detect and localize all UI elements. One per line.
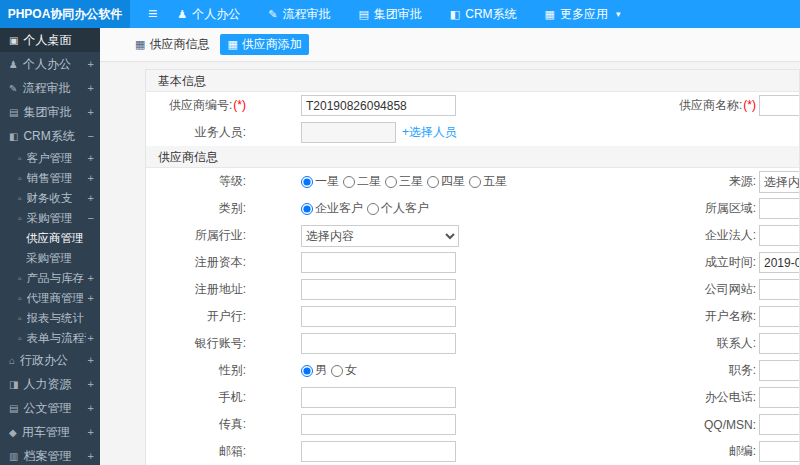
grid-icon: ▦ [545,8,555,21]
field-label: 注册地址: [195,282,246,296]
sidebar-item-reports[interactable]: ▫ 报表与统计 [0,308,100,328]
nav-personal-office[interactable]: ♟ 个人办公 [177,6,240,23]
source-select[interactable]: 选择内容 [759,171,800,193]
select-person-link[interactable]: +选择人员 [402,124,457,141]
sidebar-item-customer-mgmt[interactable]: ▫ 客户管理 + [0,148,100,168]
sidebar-item-admin-office[interactable]: ⌂ 行政办公 + [0,348,100,372]
field-label: 邮箱: [219,444,246,458]
sidebar-item-process-approval[interactable]: ✎ 流程审批 + [0,76,100,100]
pencil-icon: ✎ [268,8,277,21]
tab-bar: ▦ 供应商信息 ▦ 供应商添加 [100,28,800,62]
sidebar-item-purchase-mgmt[interactable]: ▫ 采购管理 − [0,208,100,228]
form-row: 传真: QQ/MSN: [146,411,800,438]
field-label: 类别: [219,201,246,215]
staff-input[interactable] [301,122,396,143]
car-icon: ◆ [9,427,17,438]
field-label: 成立时间: [705,255,756,269]
form-row: 手机: 办公电话: [146,384,800,411]
mobile-input[interactable] [301,387,456,408]
fax-input[interactable] [301,414,456,435]
form-row: 供应商编号:(*) 供应商名称:(*) [146,92,800,119]
gender-radio-group: 男 女 [301,362,521,379]
legal-person-input[interactable] [759,225,800,246]
pencil-icon: ✎ [9,83,17,94]
sidebar-item-personal-office[interactable]: ♟ 个人办公 + [0,52,100,76]
level-radio[interactable] [343,176,355,188]
level-radio[interactable] [469,176,481,188]
sidebar-item-agent-mgmt[interactable]: ▫ 代理商管理 + [0,288,100,308]
sidebar-item-form-flow-settings[interactable]: ▫ 表单与流程设置 + [0,328,100,348]
level-radio[interactable] [301,176,313,188]
sidebar-item-crm-system[interactable]: ◧ CRM系统 − [0,124,100,148]
position-input[interactable] [759,360,800,381]
nav-label: CRM系统 [465,6,516,23]
sidebar-item-archive-mgmt[interactable]: ▥ 档案管理 + [0,444,100,465]
briefcase-icon: ▤ [358,8,368,21]
nav-label: 更多应用 [560,6,608,23]
person-icon: ♟ [9,59,18,70]
reg-address-input[interactable] [301,279,456,300]
field-label: 性别: [219,363,246,377]
sidebar-item-hr[interactable]: ◨ 人力资源 + [0,372,100,396]
capital-input[interactable] [301,252,456,273]
founded-date-input[interactable] [759,252,800,273]
bank-input[interactable] [301,306,456,327]
form-row: 注册资本: 成立时间: [146,249,800,276]
supplier-no-input[interactable] [301,95,456,116]
nav-process-approval[interactable]: ✎ 流程审批 [268,6,330,23]
desktop-icon: ▣ [9,35,18,46]
category-radio[interactable] [301,203,313,215]
field-label: 邮编: [729,444,756,458]
sidebar-item-vehicle-mgmt[interactable]: ◆ 用车管理 + [0,420,100,444]
document-icon: ▤ [9,403,18,414]
form-row: 邮箱: 邮编: [146,438,800,465]
sidebar-item-sales-mgmt[interactable]: ▫ 销售管理 + [0,168,100,188]
chart-icon: ◧ [9,131,18,142]
nav-group-approval[interactable]: ▤ 集团审批 [358,6,421,23]
office-tel-input[interactable] [759,387,800,408]
field-label: 办公电话: [705,390,756,404]
gender-radio[interactable] [301,365,313,377]
sidebar-item-supplier-mgmt[interactable]: 供应商管理 [0,228,100,248]
industry-select[interactable]: 选择内容 [301,225,459,247]
nav-more-apps[interactable]: ▦ 更多应用 ▾ [545,6,621,23]
level-radio[interactable] [385,176,397,188]
account-name-input[interactable] [759,306,800,327]
contact-input[interactable] [759,333,800,354]
building-icon: ⌂ [9,355,15,366]
sidebar-item-product-inventory[interactable]: ▫ 产品与库存 + [0,268,100,288]
sidebar-item-official-doc[interactable]: ▤ 公文管理 + [0,396,100,420]
region-input[interactable] [759,198,800,219]
top-nav: ♟ 个人办公 ✎ 流程审批 ▤ 集团审批 ◧ CRM系统 ▦ 更多应用 ▾ [177,6,620,23]
nav-crm-system[interactable]: ◧ CRM系统 [450,6,517,23]
field-label: QQ/MSN: [704,418,756,432]
tab-supplier-add[interactable]: ▦ 供应商添加 [220,34,308,55]
folder-icon: ▫ [18,153,22,164]
gender-radio[interactable] [331,365,343,377]
tab-supplier-info[interactable]: ▦ 供应商信息 [128,34,216,55]
bank-no-input[interactable] [301,333,456,354]
folder-icon: ▫ [18,273,22,284]
hamburger-icon[interactable]: ≡ [148,0,157,28]
form-row: 所属行业: 选择内容 企业法人: [146,222,800,249]
level-radio[interactable] [427,176,439,188]
email-input[interactable] [301,441,456,462]
nav-label: 流程审批 [282,6,330,23]
supplier-name-input[interactable] [759,95,800,116]
website-input[interactable] [759,279,800,300]
field-label: 开户名称: [705,309,756,323]
briefcase-icon: ▤ [9,107,18,118]
sidebar-item-personal-desktop[interactable]: ▣ 个人桌面 [0,28,100,52]
nav-label: 个人办公 [192,6,240,23]
sidebar-item-finance[interactable]: ▫ 财务收支 + [0,188,100,208]
chevron-down-icon: ▾ [616,9,621,19]
required-mark: (*) [233,98,246,112]
category-radio[interactable] [367,203,379,215]
field-label: 来源: [729,174,756,188]
qq-msn-input[interactable] [759,414,800,435]
sidebar-item-purchasing[interactable]: 采购管理 [0,248,100,268]
zip-input[interactable] [759,441,800,462]
required-mark: (*) [743,98,756,112]
field-label: 供应商编号: [169,98,232,112]
sidebar-item-group-approval[interactable]: ▤ 集团审批 + [0,100,100,124]
